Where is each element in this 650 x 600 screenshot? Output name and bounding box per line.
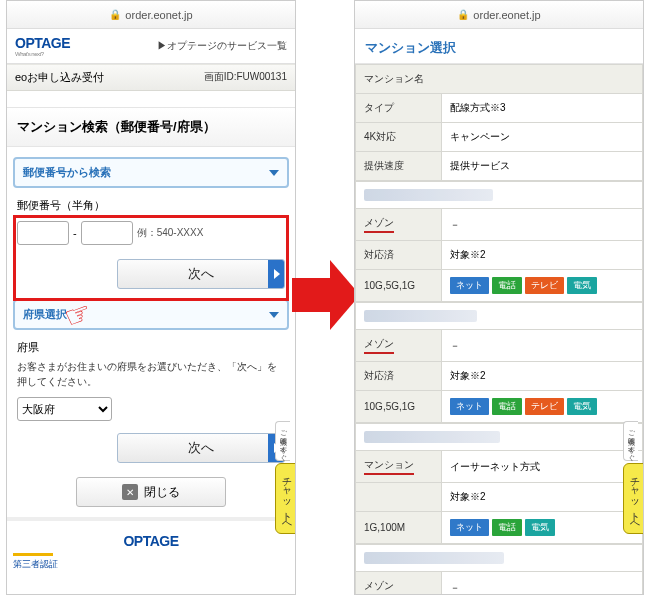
building-type-label: メゾン bbox=[356, 572, 442, 596]
pref-label: 府県 bbox=[7, 336, 295, 357]
pref-section-header[interactable]: 府県選択 bbox=[13, 299, 289, 330]
legend-name: マンション名 bbox=[356, 65, 643, 94]
postal-row: - 例：540-XXXX bbox=[7, 215, 295, 251]
chevron-down-icon bbox=[269, 170, 279, 176]
close-button[interactable]: ✕ 閉じる bbox=[76, 477, 226, 507]
service-tag: ネット bbox=[450, 519, 489, 536]
building-type-value: イーサーネット方式 bbox=[442, 451, 643, 483]
lock-icon: 🔒 bbox=[109, 9, 121, 20]
service-tag: 電話 bbox=[492, 398, 522, 415]
building-table[interactable]: マンションイーサーネット方式対象※21G,100Mネット電話電気 bbox=[355, 423, 643, 544]
postal-next-button[interactable]: 次へ bbox=[117, 259, 285, 289]
chat-main: チャットへ bbox=[275, 463, 296, 534]
service-tag: 電気 bbox=[567, 398, 597, 415]
service-tag: テレビ bbox=[525, 398, 564, 415]
building-type-label: マンション bbox=[356, 451, 442, 483]
postal-hint: 例：540-XXXX bbox=[137, 226, 204, 240]
building-speed: 10G,5G,1G bbox=[356, 391, 442, 423]
building-status-value: 対象※2 bbox=[442, 362, 643, 391]
footer-logo: OPTAGE bbox=[7, 517, 295, 553]
result-screen: 🔒 order.eonet.jp マンション選択 マンション名 タイプ配線方式※… bbox=[354, 0, 644, 595]
service-tag: テレビ bbox=[525, 277, 564, 294]
service-tag: 電気 bbox=[567, 277, 597, 294]
chat-main: チャットへ bbox=[623, 463, 644, 534]
postal-dash: - bbox=[73, 227, 77, 239]
search-screen: 🔒 order.eonet.jp OPTAGEWhat's next? ▶オプテ… bbox=[6, 0, 296, 595]
chevron-down-icon bbox=[269, 312, 279, 318]
building-type-value: － bbox=[442, 330, 643, 362]
building-name-blur bbox=[364, 431, 500, 443]
building-type-value: － bbox=[442, 572, 643, 596]
legend-table: マンション名 タイプ配線方式※3 4K対応キャンペーン 提供速度提供サービス bbox=[355, 64, 643, 181]
building-type-label: メゾン bbox=[356, 330, 442, 362]
building-status-value: 対象※2 bbox=[442, 483, 643, 512]
chat-widget[interactable]: ご不明点は今すぐ チャットへ bbox=[275, 421, 296, 534]
chat-widget[interactable]: ご不明点は今すぐ チャットへ bbox=[623, 421, 644, 534]
building-type-label: メゾン bbox=[356, 209, 442, 241]
page-ribbon: eoお申し込み受付 画面ID:FUW00131 bbox=[7, 64, 295, 91]
service-tag: 電気 bbox=[525, 519, 555, 536]
building-status-value: 対象※2 bbox=[442, 241, 643, 270]
building-tags: ネット電話テレビ電気 bbox=[442, 391, 643, 423]
building-status-label: 対応済 bbox=[356, 362, 442, 391]
arrow-right-icon bbox=[274, 443, 280, 453]
arrow-right-icon bbox=[274, 269, 280, 279]
header: OPTAGEWhat's next? ▶オプテージのサービス一覧 bbox=[7, 29, 295, 64]
service-tag: ネット bbox=[450, 277, 489, 294]
pref-desc: お客さまがお住まいの府県をお選びいただき、「次へ」を押してください。 bbox=[7, 357, 295, 395]
chat-sub: ご不明点は今すぐ bbox=[275, 421, 290, 461]
building-name-blur bbox=[364, 310, 477, 322]
flow-arrow-icon bbox=[292, 250, 358, 340]
url-text: order.eonet.jp bbox=[125, 9, 192, 21]
url-bar: 🔒 order.eonet.jp bbox=[7, 1, 295, 29]
building-table[interactable]: メゾン－対応済対象※2 bbox=[355, 544, 643, 595]
postal-input-2[interactable] bbox=[81, 221, 133, 245]
building-table[interactable]: メゾン－対応済対象※210G,5G,1Gネット電話テレビ電気 bbox=[355, 302, 643, 423]
service-tag: 電話 bbox=[492, 519, 522, 536]
building-name-blur bbox=[364, 189, 493, 201]
building-type-value: － bbox=[442, 209, 643, 241]
cert-label: 第三者認証 bbox=[7, 556, 295, 571]
url-bar: 🔒 order.eonet.jp bbox=[355, 1, 643, 29]
result-title: マンション選択 bbox=[355, 29, 643, 64]
ribbon-title: eoお申し込み受付 bbox=[15, 71, 104, 83]
postal-input-1[interactable] bbox=[17, 221, 69, 245]
url-text: order.eonet.jp bbox=[473, 9, 540, 21]
building-tags: ネット電話電気 bbox=[442, 512, 643, 544]
pref-select[interactable]: 大阪府 bbox=[17, 397, 112, 421]
service-tag: 電話 bbox=[492, 277, 522, 294]
building-speed: 1G,100M bbox=[356, 512, 442, 544]
logo: OPTAGEWhat's next? bbox=[15, 35, 70, 57]
page-title: マンション検索（郵便番号/府県） bbox=[7, 107, 295, 147]
screen-id: 画面ID:FUW00131 bbox=[204, 70, 287, 84]
lock-icon: 🔒 bbox=[457, 9, 469, 20]
postal-section-header[interactable]: 郵便番号から検索 bbox=[13, 157, 289, 188]
building-status-label: 対応済 bbox=[356, 241, 442, 270]
building-status-label bbox=[356, 483, 442, 512]
service-tag: ネット bbox=[450, 398, 489, 415]
building-name-blur bbox=[364, 552, 504, 564]
close-icon: ✕ bbox=[122, 484, 138, 500]
building-tags: ネット電話テレビ電気 bbox=[442, 270, 643, 302]
building-speed: 10G,5G,1G bbox=[356, 270, 442, 302]
service-list-link[interactable]: ▶オプテージのサービス一覧 bbox=[157, 39, 287, 53]
pref-next-button[interactable]: 次へ bbox=[117, 433, 285, 463]
building-table[interactable]: メゾン－対応済対象※210G,5G,1Gネット電話テレビ電気 bbox=[355, 181, 643, 302]
postal-label: 郵便番号（半角） bbox=[7, 194, 295, 215]
chat-sub: ご不明点は今すぐ bbox=[623, 421, 638, 461]
